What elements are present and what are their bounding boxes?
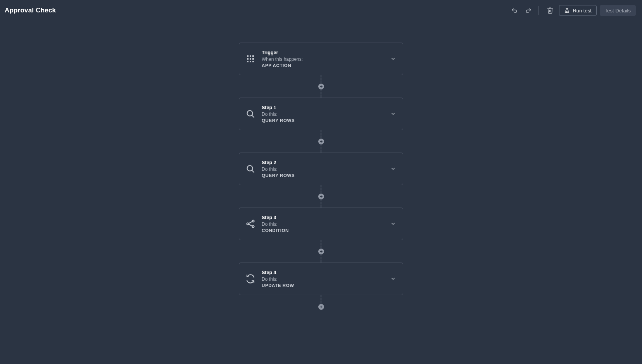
run-test-button[interactable]: Run test bbox=[559, 5, 596, 16]
refresh-icon bbox=[245, 274, 255, 284]
step-subtitle: Do this: bbox=[262, 167, 390, 172]
step-title: Step 1 bbox=[262, 105, 390, 110]
connector bbox=[318, 185, 324, 208]
step-card[interactable]: Step 1 Do this: QUERY ROWS bbox=[239, 98, 403, 130]
trigger-title: Trigger bbox=[262, 50, 390, 55]
connector bbox=[318, 240, 324, 263]
chevron-down-icon bbox=[390, 276, 396, 282]
chevron-down-icon bbox=[390, 111, 396, 117]
step-action: QUERY ROWS bbox=[262, 173, 390, 178]
toolbar: Approval Check Run test Test Details bbox=[0, 0, 642, 19]
step-subtitle: Do this: bbox=[262, 112, 390, 117]
delete-button[interactable] bbox=[544, 5, 556, 16]
search-icon bbox=[245, 164, 255, 174]
undo-button[interactable] bbox=[509, 5, 521, 16]
step-subtitle: Do this: bbox=[262, 276, 390, 282]
connector bbox=[318, 75, 324, 98]
flask-icon bbox=[564, 8, 570, 14]
add-step-button[interactable] bbox=[318, 249, 324, 254]
step-action: UPDATE ROW bbox=[262, 283, 390, 288]
connector bbox=[318, 130, 324, 153]
step-title: Step 2 bbox=[262, 160, 390, 165]
trigger-card[interactable]: Trigger When this happens: APP ACTION bbox=[239, 43, 403, 75]
test-details-label: Test Details bbox=[605, 8, 631, 14]
toolbar-divider bbox=[538, 6, 539, 15]
add-step-button[interactable] bbox=[318, 84, 324, 89]
step-action: CONDITION bbox=[262, 228, 390, 233]
add-step-button[interactable] bbox=[318, 304, 324, 310]
add-step-button[interactable] bbox=[318, 139, 324, 144]
trigger-action: APP ACTION bbox=[262, 63, 390, 68]
trigger-subtitle: When this happens: bbox=[262, 57, 390, 62]
run-test-label: Run test bbox=[573, 8, 591, 14]
svg-line-6 bbox=[252, 115, 254, 117]
step-card[interactable]: Step 4 Do this: UPDATE ROW bbox=[239, 263, 403, 295]
step-title: Step 3 bbox=[262, 215, 390, 220]
svg-point-2 bbox=[566, 12, 567, 12]
step-card[interactable]: Step 2 Do this: QUERY ROWS bbox=[239, 153, 403, 185]
chevron-down-icon bbox=[390, 166, 396, 172]
search-icon bbox=[245, 109, 255, 119]
branch-icon bbox=[245, 219, 255, 229]
step-title: Step 4 bbox=[262, 270, 390, 275]
step-action: QUERY ROWS bbox=[262, 118, 390, 123]
add-step-button[interactable] bbox=[318, 194, 324, 199]
chevron-down-icon bbox=[390, 221, 396, 227]
flow-canvas: Trigger When this happens: APP ACTION St… bbox=[0, 19, 642, 341]
connector bbox=[318, 295, 324, 310]
chevron-down-icon bbox=[390, 56, 396, 62]
step-subtitle: Do this: bbox=[262, 221, 390, 227]
svg-point-1 bbox=[567, 11, 567, 11]
step-card[interactable]: Step 3 Do this: CONDITION bbox=[239, 208, 403, 240]
page-title: Approval Check bbox=[5, 7, 56, 14]
redo-button[interactable] bbox=[522, 5, 534, 16]
svg-line-10 bbox=[252, 170, 254, 172]
test-details-button[interactable]: Test Details bbox=[600, 5, 636, 16]
grid-icon bbox=[245, 54, 255, 64]
